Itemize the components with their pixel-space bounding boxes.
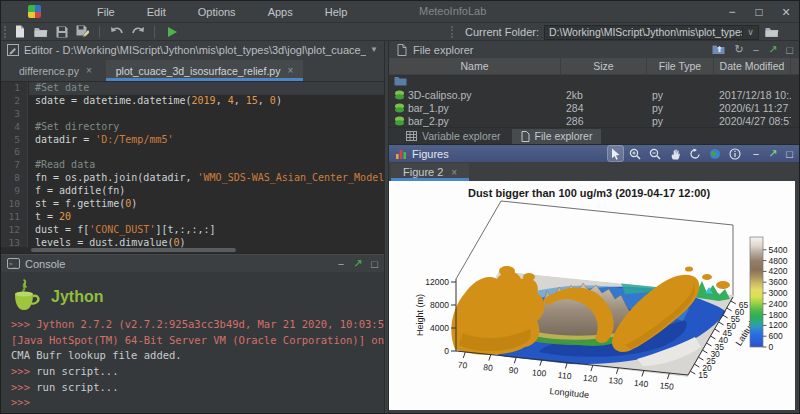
code-line[interactable]: fn = os.path.join(datadir, 'WMO_SDS-WAS_… (29, 172, 384, 185)
line-number: 3 (1, 108, 27, 121)
console-line: CMA Bufr lookup file added. (11, 349, 384, 365)
svg-text:4000: 4000 (430, 323, 449, 333)
toolbar-grip (4, 26, 8, 38)
menu-file[interactable]: File (81, 6, 131, 18)
figure-tab-bar: Figure 2 × (389, 162, 799, 181)
close-button[interactable]: × (779, 4, 793, 20)
svg-text:5400: 5400 (769, 245, 788, 255)
code-line[interactable]: sdate = datetime.datetime(2019, 4, 15, 0… (29, 95, 384, 108)
code-line[interactable]: #Set date (29, 82, 384, 95)
code-line[interactable]: #Set directory (29, 121, 384, 134)
code-line[interactable] (29, 146, 384, 159)
save-icon[interactable] (54, 25, 69, 39)
tab-file-explorer[interactable]: File explorer (512, 129, 602, 144)
refresh-icon[interactable]: ↻ (734, 43, 743, 56)
save-as-icon[interactable] (75, 25, 90, 39)
close-tab-icon[interactable]: × (287, 65, 293, 76)
detach-panel-icon[interactable]: ↗ (768, 43, 777, 56)
svg-text:2400: 2400 (769, 299, 788, 309)
svg-text:150: 150 (659, 380, 674, 391)
svg-text:0: 0 (444, 346, 449, 356)
line-number: 8 (1, 172, 27, 185)
file-name: 3D-calipso.py (408, 89, 472, 101)
code-editor-area[interactable]: 12345678910111213 #Set datesdate = datet… (1, 81, 384, 253)
redo-icon[interactable] (130, 25, 145, 39)
minimize-button[interactable]: − (725, 5, 739, 19)
current-folder-combobox[interactable]: D:\Working\MIScript\Jython\mis\plot_type… (544, 25, 759, 40)
close-tab-icon[interactable]: × (451, 167, 457, 178)
python-file-icon (394, 116, 405, 126)
zoom-out-icon[interactable] (648, 146, 663, 161)
code-line[interactable]: f = addfile(fn) (29, 185, 384, 198)
table-row-file[interactable]: 3D-calipso.py2kbpy2017/12/18 10:... (389, 88, 799, 101)
maximize-button[interactable]: □ (752, 5, 766, 19)
globe-icon[interactable] (708, 146, 723, 161)
current-folder-label: Current Folder: (465, 26, 539, 38)
open-folder-icon[interactable] (33, 25, 48, 39)
zoom-in-icon[interactable] (628, 146, 643, 161)
menu-edit[interactable]: Edit (131, 6, 182, 18)
tab-variable-explorer[interactable]: Variable explorer (397, 129, 510, 144)
svg-text:3000: 3000 (769, 288, 788, 298)
file-table[interactable]: Name Size File Type Date Modified 3D-cal… (389, 58, 799, 127)
file-name: bar_2.py (408, 115, 449, 127)
minimize-panel-icon[interactable]: − (753, 148, 759, 160)
code-line[interactable]: datadir = 'D:/Temp/mm5' (29, 134, 384, 147)
console-output[interactable]: Jython >>> Jython 2.7.2 (v2.7.2:925a3cc3… (1, 272, 384, 413)
editor-tab-plot-cuace[interactable]: plot_cuace_3d_isosurface_relief.py × (106, 60, 303, 81)
column-header-size[interactable]: Size (561, 58, 647, 74)
table-row-parent-folder[interactable] (389, 75, 799, 88)
menu-options[interactable]: Options (182, 6, 252, 18)
column-header-datemodified[interactable]: Date Modified (714, 58, 791, 74)
surface3d-plot[interactable]: Dust bigger than 100 ug/m3 (2019-04-17 1… (389, 181, 795, 408)
svg-text:90: 90 (508, 365, 519, 376)
menu-help[interactable]: Help (309, 6, 364, 18)
column-header-filetype[interactable]: File Type (647, 58, 714, 74)
column-header-name[interactable]: Name (389, 58, 561, 74)
detach-panel-icon[interactable]: ↗ (353, 257, 362, 270)
code-line[interactable] (29, 108, 384, 121)
import-folder-icon[interactable] (712, 44, 725, 56)
editor-tab-difference[interactable]: difference.py × (9, 60, 102, 81)
editor-path-dropdown-icon[interactable]: ▼ (370, 45, 378, 54)
detach-panel-icon[interactable]: ↗ (768, 147, 777, 160)
select-cursor-icon[interactable] (608, 146, 623, 161)
editor-horizontal-scrollbar[interactable] (29, 248, 384, 252)
close-tab-icon[interactable]: × (86, 65, 92, 76)
code-line[interactable]: t = 20 (29, 211, 384, 224)
maximize-panel-icon[interactable]: □ (786, 148, 793, 160)
menubar: File Edit Options Apps Help (81, 6, 363, 18)
maximize-panel-icon[interactable]: □ (371, 258, 378, 270)
undo-icon[interactable] (109, 25, 124, 39)
z-axis-label: Height (m) (415, 294, 425, 336)
toolbar-separator (154, 26, 155, 38)
menu-apps[interactable]: Apps (252, 6, 309, 18)
python-file-icon (394, 90, 405, 100)
code-line[interactable]: #Read data (29, 159, 384, 172)
python-file-icon (394, 103, 405, 113)
chart-title: Dust bigger than 100 ug/m3 (2019-04-17 1… (468, 187, 710, 199)
run-script-icon[interactable] (164, 25, 179, 39)
pan-hand-icon[interactable] (668, 146, 683, 161)
figure-canvas[interactable]: Dust bigger than 100 ug/m3 (2019-04-17 1… (389, 181, 795, 410)
current-folder-value: D:\Working\MIScript\Jython\mis\plot_type… (545, 26, 742, 38)
svg-text:120: 120 (583, 372, 598, 383)
code-line[interactable]: dust = f['CONC_DUST'][t,:,:,:] (29, 224, 384, 237)
minimize-panel-icon[interactable]: − (338, 258, 344, 270)
minimize-panel-icon[interactable]: − (753, 44, 759, 56)
tab-label: plot_cuace_3d_isosurface_relief.py (116, 65, 281, 77)
svg-text:0: 0 (769, 342, 774, 352)
table-row-file[interactable]: bar_1.py284py2020/6/1 11:27 (389, 101, 799, 114)
new-script-icon[interactable] (12, 25, 27, 39)
rotate-icon[interactable] (688, 146, 703, 161)
file-size: 286 (561, 115, 647, 127)
figure-2-tab[interactable]: Figure 2 × (391, 163, 469, 181)
info-icon[interactable] (728, 146, 743, 161)
maximize-panel-icon[interactable]: □ (786, 44, 793, 56)
scrollbar-thumb[interactable] (31, 248, 236, 252)
table-row-file[interactable]: bar_2.py286py2020/4/27 08:57 (389, 114, 799, 127)
file-date: 2017/12/18 10:... (714, 89, 791, 101)
code-line[interactable]: st = f.gettime(0) (29, 198, 384, 211)
chevron-down-icon[interactable]: ∨ (742, 27, 758, 37)
browse-folder-icon[interactable] (765, 25, 780, 39)
